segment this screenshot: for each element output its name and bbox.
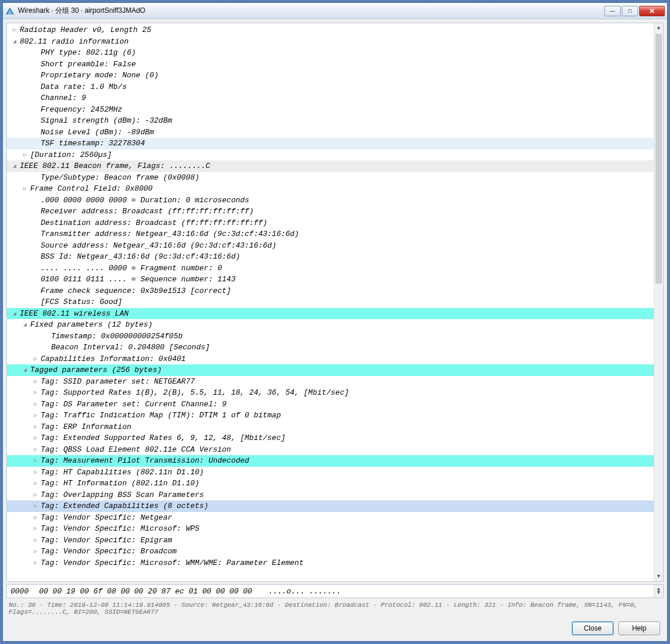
tree-row[interactable]: [FCS Status: Good] — [7, 296, 663, 308]
expand-icon[interactable]: ▷ — [30, 376, 41, 388]
tree-row[interactable]: ▷Tag: Vendor Specific: Microsof: WMM/WME… — [7, 557, 663, 569]
expand-icon[interactable]: ▷ — [30, 467, 41, 478]
expand-icon[interactable]: ▷ — [30, 546, 41, 557]
button-row: Close Help — [6, 619, 664, 639]
tree-row[interactable]: Noise Level (dBm): -89dBm — [7, 127, 663, 138]
tree-row[interactable]: Receiver address: Broadcast (ff:ff:ff:ff… — [7, 206, 663, 217]
tree-label: Beacon Interval: 0.204800 [Seconds] — [51, 342, 210, 353]
expand-icon[interactable]: ◢ — [9, 160, 20, 172]
titlebar[interactable]: Wireshark · 分组 30 · airportSniff3JMAdO —… — [3, 3, 667, 19]
tree-row[interactable]: ▷Tag: Supported Rates 1(B), 2(B), 5.5, 1… — [7, 387, 663, 399]
expand-icon[interactable]: ▷ — [30, 432, 41, 444]
tree-row[interactable]: ◢IEEE 802.11 Beacon frame, Flags: ......… — [7, 160, 663, 172]
tree-row[interactable]: ▷Tag: ERP Information — [7, 421, 663, 433]
tree-label: Proprietary mode: None (0) — [41, 70, 159, 81]
tree-row[interactable]: Type/Subtype: Beacon frame (0x0008) — [7, 172, 663, 184]
expand-icon[interactable]: ▷ — [30, 523, 41, 535]
expand-icon[interactable]: ▷ — [30, 455, 41, 467]
tree-row[interactable]: Channel: 9 — [7, 92, 663, 104]
tree-label: Frame check sequence: 0x3b9e1513 [correc… — [41, 285, 231, 297]
close-dialog-button[interactable]: Close — [572, 621, 614, 635]
tree-row[interactable]: BSS Id: Netgear_43:16:6d (9c:3d:cf:43:16… — [7, 251, 663, 263]
scroll-down-icon[interactable]: ▼ — [654, 588, 663, 598]
tree-row[interactable]: ▷Capabilities Information: 0x0401 — [7, 353, 663, 365]
expand-icon[interactable]: ▷ — [30, 387, 41, 399]
expand-icon[interactable]: ▷ — [9, 24, 20, 36]
expand-icon[interactable]: ▷ — [30, 478, 41, 489]
tree-row[interactable]: ▷Tag: Vendor Specific: Broadcom — [7, 546, 663, 557]
tree-row[interactable]: .... .... .... 0000 = Fragment number: 0 — [7, 263, 663, 274]
tree-label: Channel: 9 — [41, 92, 86, 104]
tree-row[interactable]: Data rate: 1.0 Mb/s — [7, 81, 663, 93]
tree-label: Tag: HT Capabilities (802.11n D1.10) — [41, 467, 204, 478]
expand-icon[interactable]: ◢ — [9, 308, 20, 320]
tree-row[interactable]: ▷Frame Control Field: 0x8000 — [7, 183, 663, 195]
expand-icon[interactable]: ◢ — [20, 319, 30, 331]
tree-row[interactable]: Frame check sequence: 0x3b9e1513 [correc… — [7, 285, 663, 297]
tree-row[interactable]: ▷Tag: DS Parameter set: Current Channel:… — [7, 399, 663, 410]
tree-row[interactable]: ▷Tag: Overlapping BSS Scan Parameters — [7, 489, 663, 501]
expand-icon[interactable]: ▷ — [30, 535, 41, 546]
tree-row[interactable]: ▷Tag: QBSS Load Element 802.11e CCA Vers… — [7, 444, 663, 456]
tree-row[interactable]: ▷Tag: Extended Supported Rates 6, 9, 12,… — [7, 432, 663, 444]
tree-label: Frequency: 2452MHz — [41, 104, 122, 116]
tree-row[interactable]: Proprietary mode: None (0) — [7, 70, 663, 81]
expand-icon[interactable]: ▷ — [20, 149, 30, 161]
tree-row[interactable]: ▷Tag: HT Capabilities (802.11n D1.10) — [7, 467, 663, 478]
expand-icon[interactable]: ▷ — [30, 410, 41, 421]
expand-icon[interactable]: ▷ — [30, 444, 41, 456]
tree-row[interactable]: ◢IEEE 802.11 wireless LAN — [7, 308, 663, 320]
hex-bytes: 00 00 19 00 6f 08 00 00 20 87 ec 01 00 0… — [39, 587, 252, 596]
close-button[interactable]: ✕ — [639, 6, 665, 16]
scroll-thumb[interactable] — [655, 34, 662, 284]
tree-row[interactable]: ▷Tag: Traffic Indication Map (TIM): DTIM… — [7, 410, 663, 421]
tree-row[interactable]: ▷[Duration: 2560µs] — [7, 149, 663, 161]
tree-row[interactable]: ▷Tag: HT Information (802.11n D1.10) — [7, 478, 663, 489]
tree-row[interactable]: .000 0000 0000 0000 = Duration: 0 micros… — [7, 195, 663, 206]
tree-row[interactable]: ◢802.11 radio information — [7, 36, 663, 48]
tree-row[interactable]: ▷Tag: Extended Capabilities (8 octets) — [7, 500, 663, 512]
tree-row[interactable]: Source address: Netgear_43:16:6d (9c:3d:… — [7, 240, 663, 252]
scroll-up-icon[interactable]: ▲ — [654, 23, 663, 33]
expand-icon[interactable]: ▷ — [20, 183, 30, 195]
scrollbar[interactable]: ▲▼ — [654, 23, 663, 581]
tree-row[interactable]: TSF timestamp: 32278304 — [7, 138, 663, 149]
tree-row[interactable]: ▷Tag: Vendor Specific: Netgear — [7, 512, 663, 524]
expand-icon[interactable]: ▷ — [30, 399, 41, 410]
expand-icon[interactable]: ◢ — [20, 364, 30, 376]
tree-row[interactable]: Short preamble: False — [7, 59, 663, 70]
tree-row[interactable]: PHY type: 802.11g (6) — [7, 47, 663, 59]
expand-icon[interactable]: ▷ — [30, 500, 41, 512]
tree-row[interactable]: 0100 0111 0111 .... = Sequence number: 1… — [7, 274, 663, 285]
expand-icon[interactable]: ◢ — [9, 36, 20, 48]
expand-icon[interactable]: ▷ — [30, 512, 41, 524]
tree-row[interactable]: Timestamp: 0x000000000254f05b — [7, 331, 663, 342]
tree-row[interactable]: ◢Tagged parameters (256 bytes) — [7, 364, 663, 376]
tree-label: Capabilities Information: 0x0401 — [41, 353, 186, 365]
expand-icon[interactable]: ▷ — [30, 421, 41, 433]
tree-row[interactable]: ◢Fixed parameters (12 bytes) — [7, 319, 663, 331]
tree-label: Tag: QBSS Load Element 802.11e CCA Versi… — [41, 444, 231, 456]
scrollbar[interactable]: ▲ ▼ — [654, 585, 663, 598]
tree-row[interactable]: Transmitter address: Netgear_43:16:6d (9… — [7, 228, 663, 240]
expand-icon[interactable]: ▷ — [30, 353, 41, 365]
tree-row[interactable]: ▷Tag: SSID parameter set: NETGEAR77 — [7, 376, 663, 388]
tree-row[interactable]: ▷Tag: Vendor Specific: Microsof: WPS — [7, 523, 663, 535]
scroll-down-icon[interactable]: ▼ — [654, 572, 663, 581]
tree-row[interactable]: Destination address: Broadcast (ff:ff:ff… — [7, 217, 663, 229]
tree-label: Tag: Extended Supported Rates 6, 9, 12, … — [41, 432, 285, 444]
hex-pane[interactable]: 0000 00 00 19 00 6f 08 00 00 20 87 ec 01… — [6, 584, 664, 598]
tree-row[interactable]: ▷Tag: Vendor Specific: Epigram — [7, 535, 663, 546]
minimize-button[interactable]: — — [604, 6, 621, 16]
maximize-button[interactable]: □ — [622, 6, 638, 16]
packet-details-tree[interactable]: ▷Radiotap Header v0, Length 25◢802.11 ra… — [6, 23, 664, 582]
tree-label: 0100 0111 0111 .... = Sequence number: 1… — [41, 274, 235, 285]
tree-row[interactable]: Signal strength (dBm): -32dBm — [7, 115, 663, 127]
tree-row[interactable]: Frequency: 2452MHz — [7, 104, 663, 116]
tree-row[interactable]: Beacon Interval: 0.204800 [Seconds] — [7, 342, 663, 353]
expand-icon[interactable]: ▷ — [30, 489, 41, 501]
tree-row[interactable]: ▷Radiotap Header v0, Length 25 — [7, 24, 663, 36]
tree-row[interactable]: ▷Tag: Measurement Pilot Transmission: Un… — [7, 455, 663, 467]
help-button[interactable]: Help — [618, 621, 660, 635]
expand-icon[interactable]: ▷ — [30, 557, 41, 569]
